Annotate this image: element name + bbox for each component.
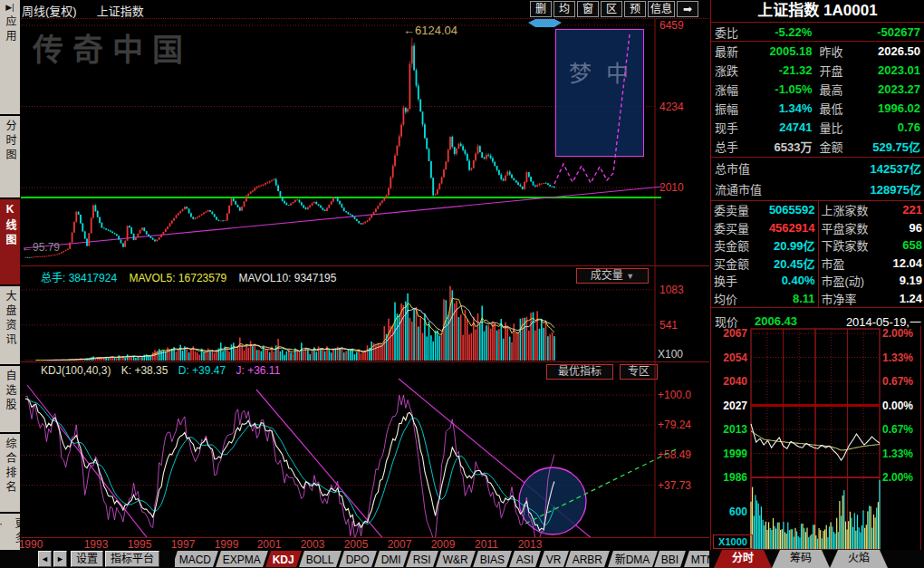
indicator-tab-RSI[interactable]: RSI xyxy=(406,551,438,567)
intraday-price-tick: 2013 xyxy=(711,423,747,436)
quote-value: 658 xyxy=(869,238,922,252)
quote-value: 24741 xyxy=(751,120,813,134)
indicator-tab-EXPMA[interactable]: EXPMA xyxy=(216,551,268,567)
sidebar-item-label: 分时图 xyxy=(1,120,19,163)
collapse-arrow-button[interactable]: ➡ xyxy=(677,1,698,17)
scroll-right-button[interactable]: ► xyxy=(53,551,67,567)
kdj-chart[interactable]: +100.0+79.24+58.49+37.73 xyxy=(20,362,710,538)
chart-toolbar: 删均窗区预信息➡ xyxy=(530,1,700,17)
svg-text:1083: 1083 xyxy=(659,284,684,296)
indicator-tab-MACD[interactable]: MACD xyxy=(175,551,218,567)
sidebar-item-label: 综合排名 xyxy=(1,438,19,496)
quote-label: 委卖量 xyxy=(714,201,749,218)
quote-value: 529.75亿 xyxy=(860,138,921,155)
right-edge-line xyxy=(920,326,921,550)
indicator-tab-BBI[interactable]: BBI xyxy=(655,551,687,567)
indicator-platform-button[interactable]: 指标平台 xyxy=(105,551,159,567)
indicator-tab-新DMA[interactable]: 新DMA xyxy=(608,551,658,567)
stat-row: 买金额20.45亿市盈12.04 xyxy=(711,255,924,273)
symbol-label: 上证指数 xyxy=(97,5,144,18)
sidebar-item-label: 自选股 xyxy=(1,370,19,413)
peak-value-label: ←6124.04 xyxy=(403,24,457,37)
quote-label: 涨跌 xyxy=(715,62,751,79)
market-cap-rows: 总市值142537亿流通市值128975亿 xyxy=(711,158,924,199)
quote-value: 1.24 xyxy=(857,292,922,305)
indicator-tab-KDJ[interactable]: KDJ xyxy=(265,551,302,567)
panel-tab-分时[interactable]: 分时 xyxy=(714,550,772,568)
year-tick-2013: 2013 xyxy=(512,538,548,551)
sidebar-item-1[interactable]: 分时图 xyxy=(0,116,20,197)
year-tick-2001: 2001 xyxy=(251,538,287,551)
intraday-pct-tick: 2.00% xyxy=(882,327,924,340)
indicator-tab-VR[interactable]: VR xyxy=(539,551,569,567)
indicator-tab-ARBR[interactable]: ARBR xyxy=(566,551,611,567)
intraday-price-tick: 1999 xyxy=(711,448,747,460)
top-button-average[interactable]: 均 xyxy=(553,1,575,17)
intraday-panel: 20672054204020272013199919862.00%1.33%0.… xyxy=(711,326,924,550)
quote-value: 6533万 xyxy=(751,138,813,155)
year-tick-1993: 1993 xyxy=(78,538,114,551)
intraday-pct-tick: 0.00% xyxy=(882,400,924,412)
panel-tab-筹码[interactable]: 筹码 xyxy=(772,550,830,568)
quote-label: 市盈 xyxy=(822,255,845,272)
intraday-pct-tick: 2.00% xyxy=(882,471,924,484)
quote-label: 昨收 xyxy=(820,43,860,60)
indicator-tab-BIAS[interactable]: BIAS xyxy=(473,551,512,567)
quote-value: 9.19 xyxy=(864,274,922,287)
top-button-preview[interactable]: 预 xyxy=(624,1,646,17)
quote-value: 221 xyxy=(869,203,922,217)
sidebar-item-0[interactable]: ▶|应用 xyxy=(0,0,20,114)
top-button-window[interactable]: 窗 xyxy=(577,1,599,17)
quote-row: 涨跌-21.32开盘2023.01 xyxy=(711,61,924,80)
sidebar-item-5[interactable]: 综合排名 xyxy=(0,434,20,512)
top-button-zone[interactable]: 区 xyxy=(601,1,622,17)
top-button-info[interactable]: 信息 xyxy=(648,1,675,17)
quote-label: 换手 xyxy=(714,272,737,289)
intraday-price-tick: 2027 xyxy=(711,400,747,412)
intraday-pct-tick: 1.33% xyxy=(882,448,924,460)
volume-unit-badge: X1000 xyxy=(713,534,753,549)
quote-value: 1996.02 xyxy=(860,101,921,115)
quote-value: 20.99亿 xyxy=(749,236,814,254)
indicator-tab-DPO[interactable]: DPO xyxy=(339,551,377,567)
top-button-delete[interactable]: 删 xyxy=(530,1,552,17)
watermark-text: 传奇中国 xyxy=(33,25,192,70)
annotation-rectangle: 梦中 xyxy=(555,29,644,157)
svg-text:541: 541 xyxy=(659,319,678,332)
annotation-box-text: 梦中 xyxy=(556,55,643,88)
sidebar-item-3[interactable]: 大盘资讯 xyxy=(0,286,20,364)
svg-text:6459: 6459 xyxy=(659,19,684,32)
panel-tab-火焰[interactable]: 火焰 xyxy=(830,550,888,568)
quote-label: 总市值 xyxy=(715,159,750,177)
sidebar-item-label: 大盘资讯 xyxy=(1,290,19,348)
intraday-price-tick: 1986 xyxy=(711,471,747,484)
bottom-toolbar: ◄►设置指标平台MACDEXPMAKDJBOLLDPODMIRSIW&RBIAS… xyxy=(0,550,924,568)
stat-row: 委卖量5065592上涨家数221 xyxy=(711,201,924,219)
quote-label: 金额 xyxy=(820,138,860,155)
play-icon: ▶| xyxy=(5,3,14,12)
quote-row: 振幅1.34%最低1996.02 xyxy=(711,99,924,118)
quote-value: 20.45亿 xyxy=(749,255,814,272)
indicator-tab-BOLL[interactable]: BOLL xyxy=(299,551,342,567)
quote-value: -1.05% xyxy=(751,82,813,96)
indicator-tab-MTM[interactable]: MTM xyxy=(684,551,709,567)
quote-value: 5065592 xyxy=(749,203,814,217)
indicator-tab-ASI[interactable]: ASI xyxy=(510,551,542,567)
quote-label: 涨幅 xyxy=(715,81,751,98)
quote-value: 8.11 xyxy=(737,292,814,305)
year-tick-1995: 1995 xyxy=(121,538,158,551)
scroll-left-button[interactable]: ◄ xyxy=(38,551,52,567)
sidebar-item-4[interactable]: 自选股 xyxy=(0,366,20,432)
volume-chart[interactable]: 1083541X100 xyxy=(20,266,710,361)
quote-value: 2023.27 xyxy=(860,82,921,96)
quote-value: 142537亿 xyxy=(750,159,921,177)
quote-label: 下跌家数 xyxy=(822,236,869,254)
sidebar-item-2[interactable]: K线图 xyxy=(0,199,20,284)
indicator-tab-DMI[interactable]: DMI xyxy=(374,551,409,567)
sidebar-item-label: 应用 xyxy=(1,15,19,44)
trading-app-window: ▶|应用分时图K线图大盘资讯自选股综合排名更多· 周线(复权)上证指数 删均窗区… xyxy=(0,0,924,568)
settings-button[interactable]: 设置 xyxy=(71,551,103,567)
indicator-tab-W&R[interactable]: W&R xyxy=(436,551,476,567)
svg-text:+58.49: +58.49 xyxy=(658,448,691,461)
year-tick-2005: 2005 xyxy=(338,538,374,551)
